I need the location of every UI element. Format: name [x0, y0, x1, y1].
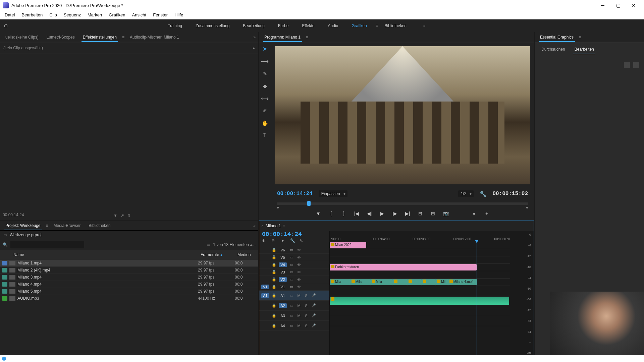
solo-button[interactable]: S	[304, 313, 309, 318]
voice-icon[interactable]: 🎤	[311, 313, 316, 318]
step-back-icon[interactable]: ◀|	[366, 210, 373, 217]
go-to-out-icon[interactable]: ▶|	[404, 210, 411, 217]
track-a1[interactable]	[330, 286, 534, 296]
set-out-icon[interactable]: }	[340, 210, 347, 217]
snap-icon[interactable]: ❄	[262, 238, 268, 244]
ws-effekte[interactable]: Effekte	[295, 21, 321, 30]
project-row[interactable]: Milano 2 (4K).mp4 29,97 fps 00;0	[0, 267, 258, 274]
ws-menu-icon[interactable]: ≡	[376, 23, 378, 28]
audio-track-header[interactable]: 🔒 A2 ▭ M S 🎤	[259, 301, 329, 311]
program-scrub-bar[interactable]	[277, 199, 528, 207]
sync-lock-icon[interactable]: ▭	[289, 247, 294, 253]
step-forward-icon[interactable]: |▶	[391, 210, 398, 217]
track-target[interactable]: A1	[279, 293, 287, 298]
track-v3[interactable]: Farbkorrekturen	[330, 264, 534, 271]
voice-icon[interactable]: 🎤	[311, 303, 316, 308]
track-a4[interactable]	[330, 316, 534, 326]
video-track-header[interactable]: 🔒 V6 ▭ 👁	[259, 246, 329, 254]
video-track-header[interactable]: 🔒 V5 ▭ 👁	[259, 254, 329, 261]
transport-overflow-icon[interactable]: »	[470, 210, 478, 217]
tab-project[interactable]: Projekt: Werkzeuge	[1, 221, 45, 230]
menu-hilfe[interactable]: Hilfe	[171, 11, 186, 19]
lock-icon[interactable]: 🔒	[271, 269, 277, 275]
sync-lock-icon[interactable]: ▭	[289, 293, 294, 298]
playhead[interactable]	[477, 242, 477, 357]
align-icon[interactable]: ⟷	[261, 95, 269, 102]
eg-new-layer-icon[interactable]	[633, 62, 639, 68]
timeline-timecode[interactable]: 00:00:14:24	[259, 231, 329, 238]
ws-zusammenstellung[interactable]: Zusammenstellung	[189, 21, 236, 30]
pen-tool-icon[interactable]: ✎	[263, 70, 267, 77]
track-target[interactable]: A4	[279, 323, 287, 328]
mute-button[interactable]: M	[296, 303, 302, 308]
expand-icon[interactable]: ▸	[253, 46, 255, 50]
project-row[interactable]: Milano 4.mp4 29,97 fps 00;0	[0, 281, 258, 288]
export-frame-icon[interactable]: 📷	[442, 210, 449, 217]
track-v5[interactable]	[330, 249, 534, 256]
eye-icon[interactable]: 👁	[296, 284, 302, 290]
ws-farbe[interactable]: Farbe	[271, 21, 295, 30]
video-clip[interactable]	[393, 279, 407, 285]
solo-button[interactable]: S	[304, 323, 309, 328]
close-button[interactable]: ✕	[626, 0, 641, 11]
eye-icon[interactable]: 👁	[296, 277, 302, 282]
add-marker-icon[interactable]: ▼	[281, 238, 287, 244]
lock-icon[interactable]: 🔒	[271, 293, 277, 298]
lock-icon[interactable]: 🔒	[271, 262, 277, 267]
selection-tool-icon[interactable]: ➤	[263, 46, 267, 52]
sync-lock-icon[interactable]: ▭	[289, 269, 294, 275]
audio-track-header[interactable]: 🔒 A4 ▭ M S 🎤	[259, 321, 329, 331]
sync-lock-icon[interactable]: ▭	[289, 303, 294, 308]
tab-effect-controls[interactable]: Effekteinstellungen	[79, 33, 121, 42]
timeline-settings-icon[interactable]: 🔧	[290, 238, 296, 244]
timeline-tracks[interactable]: :00:00 00:00:04:00 00:00:08:00 00:00:12:…	[330, 231, 534, 357]
lock-icon[interactable]: 🔒	[271, 255, 277, 260]
solo-button[interactable]: S	[304, 303, 309, 308]
mute-button[interactable]: M	[296, 323, 302, 328]
hand-tool-icon[interactable]: ✋	[262, 120, 268, 126]
track-target[interactable]: V2	[279, 277, 287, 282]
eg-tab-edit[interactable]: Bearbeiten	[573, 45, 595, 54]
eg-tab-menu-icon[interactable]: ≡	[579, 35, 581, 40]
ws-audio[interactable]: Audio	[321, 21, 345, 30]
wrench-icon[interactable]: 🔧	[480, 191, 486, 197]
minimize-button[interactable]: ─	[595, 0, 610, 11]
tab-media-browser[interactable]: Media-Browser	[50, 221, 85, 230]
voice-icon[interactable]: 🎤	[311, 293, 316, 298]
tab-lumetri[interactable]: Lumetri-Scopes	[43, 33, 79, 42]
program-current-timecode[interactable]: 00:00:14:24	[277, 191, 313, 197]
eye-icon[interactable]: 👁	[296, 255, 302, 260]
ws-grafiken[interactable]: Grafiken	[345, 21, 373, 30]
video-track-header[interactable]: 🔒 V2 ▭ 👁	[259, 276, 329, 283]
linked-selection-icon[interactable]: ⊖	[271, 238, 277, 244]
lift-icon[interactable]: ⊟	[417, 210, 424, 217]
video-clip[interactable]: Mila	[330, 279, 350, 285]
menu-grafiken[interactable]: Grafiken	[105, 11, 128, 19]
col-medien[interactable]: Medien	[235, 251, 258, 258]
mute-button[interactable]: M	[296, 313, 302, 318]
track-target[interactable]: A3	[279, 313, 287, 318]
menu-bearbeiten[interactable]: Bearbeiten	[18, 11, 46, 19]
clip-audio[interactable]	[330, 297, 509, 305]
project-row[interactable]: AUDIO.mp3 44100 Hz 00;0	[0, 295, 258, 302]
menu-marken[interactable]: Marken	[84, 11, 105, 19]
menu-ansicht[interactable]: Ansicht	[128, 11, 150, 19]
project-overflow-icon[interactable]: »	[253, 223, 256, 228]
track-target[interactable]: V4	[279, 262, 287, 267]
sequence-name[interactable]: Milano 1	[266, 224, 281, 228]
col-name[interactable]: Name	[0, 251, 198, 258]
solo-button[interactable]: S	[304, 293, 309, 298]
col-framerate[interactable]: Framerate ▴	[198, 251, 235, 258]
tab-essential-graphics[interactable]: Essential Graphics	[536, 33, 578, 42]
project-search-input[interactable]	[10, 241, 84, 248]
tab-libraries[interactable]: Bibliotheken	[85, 221, 114, 230]
direct-select-icon[interactable]: ⟶	[261, 58, 269, 64]
video-track-header[interactable]: 🔒 V4 ▭ 👁	[259, 261, 329, 268]
track-target[interactable]: V6	[279, 248, 287, 252]
bin-icon[interactable]: ▭	[3, 233, 7, 237]
eye-icon[interactable]: 👁	[296, 247, 302, 253]
extract-icon[interactable]: ⊞	[429, 210, 437, 217]
home-icon[interactable]: ⌂	[4, 22, 12, 30]
tab-audio-mixer[interactable]: Audioclip-Mischer: Milano 1	[126, 33, 183, 42]
tab-source[interactable]: uelle: (keine Clips)	[1, 33, 43, 42]
